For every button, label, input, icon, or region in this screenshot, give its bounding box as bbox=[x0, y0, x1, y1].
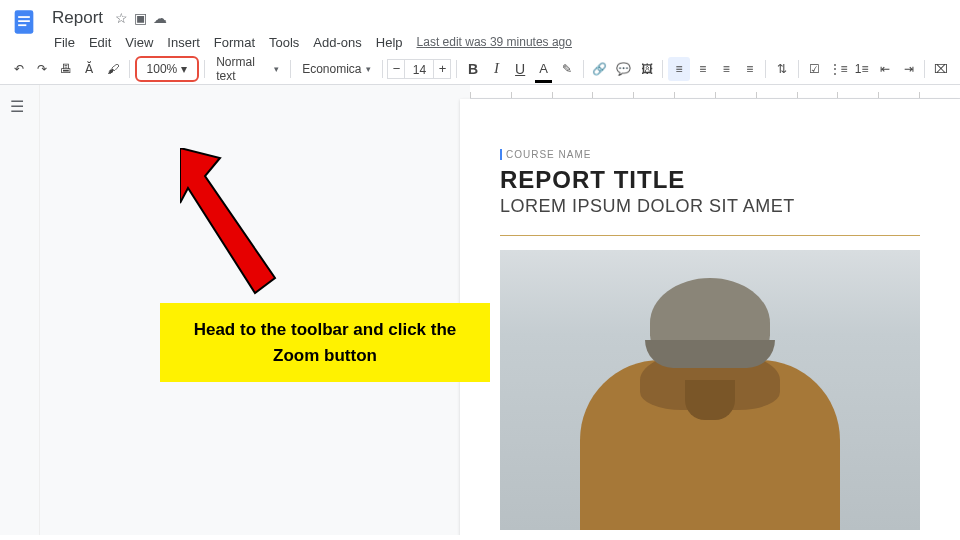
line-spacing-icon[interactable]: ⇅ bbox=[771, 57, 793, 81]
paragraph-style-label: Normal text bbox=[216, 55, 270, 83]
toolbar-separator bbox=[798, 60, 799, 78]
menu-view[interactable]: View bbox=[119, 32, 159, 53]
underline-button[interactable]: U bbox=[509, 57, 531, 81]
font-size-increase[interactable]: + bbox=[433, 59, 451, 79]
svg-rect-2 bbox=[18, 20, 30, 22]
cover-photo[interactable] bbox=[500, 250, 920, 530]
divider-line bbox=[500, 235, 920, 236]
annotation-callout: Head to the toolbar and click the Zoom b… bbox=[160, 303, 490, 382]
chevron-down-icon: ▾ bbox=[181, 62, 187, 76]
outline-toggle-icon[interactable]: ☰ bbox=[10, 97, 30, 117]
last-edit-link[interactable]: Last edit was 39 minutes ago bbox=[411, 32, 578, 53]
toolbar-separator bbox=[456, 60, 457, 78]
align-right-icon[interactable]: ≡ bbox=[715, 57, 737, 81]
font-family-dropdown[interactable]: Economica ▾ bbox=[296, 60, 376, 78]
align-center-icon[interactable]: ≡ bbox=[692, 57, 714, 81]
align-justify-icon[interactable]: ≡ bbox=[739, 57, 761, 81]
menu-tools[interactable]: Tools bbox=[263, 32, 305, 53]
font-size-decrease[interactable]: − bbox=[387, 59, 405, 79]
font-family-label: Economica bbox=[302, 62, 361, 76]
svg-rect-1 bbox=[18, 16, 30, 18]
course-name-field[interactable]: COURSE NAME bbox=[500, 149, 920, 160]
toolbar-separator bbox=[924, 60, 925, 78]
insert-image-icon[interactable]: 🖼 bbox=[636, 57, 658, 81]
highlight-button[interactable]: ✎ bbox=[556, 57, 578, 81]
chevron-down-icon: ▾ bbox=[366, 64, 371, 74]
toolbar-separator bbox=[129, 60, 130, 78]
bullet-list-icon[interactable]: ⋮≡ bbox=[827, 57, 849, 81]
toolbar-separator bbox=[662, 60, 663, 78]
text-color-button[interactable]: A bbox=[533, 57, 555, 81]
cloud-icon[interactable]: ☁ bbox=[153, 10, 167, 26]
menubar: File Edit View Insert Format Tools Add-o… bbox=[48, 32, 952, 53]
menu-insert[interactable]: Insert bbox=[161, 32, 206, 53]
zoom-value: 100% bbox=[147, 62, 178, 76]
report-subtitle[interactable]: LOREM IPSUM DOLOR SIT AMET bbox=[500, 196, 920, 217]
toolbar-separator bbox=[583, 60, 584, 78]
menu-format[interactable]: Format bbox=[208, 32, 261, 53]
horizontal-ruler[interactable] bbox=[470, 85, 960, 99]
chevron-down-icon: ▾ bbox=[274, 64, 279, 74]
document-title[interactable]: Report bbox=[48, 6, 107, 30]
menu-addons[interactable]: Add-ons bbox=[307, 32, 367, 53]
move-icon[interactable]: ▣ bbox=[134, 10, 147, 26]
italic-button[interactable]: I bbox=[486, 57, 508, 81]
insert-comment-icon[interactable]: 💬 bbox=[612, 57, 634, 81]
numbered-list-icon[interactable]: 1≡ bbox=[851, 57, 873, 81]
docs-app-icon[interactable] bbox=[8, 6, 40, 38]
report-title[interactable]: REPORT TITLE bbox=[500, 166, 920, 194]
redo-icon[interactable]: ↷ bbox=[32, 57, 54, 81]
zoom-dropdown[interactable]: 100% ▾ bbox=[141, 60, 194, 78]
bold-button[interactable]: B bbox=[462, 57, 484, 81]
svg-rect-3 bbox=[18, 24, 26, 26]
menu-file[interactable]: File bbox=[48, 32, 81, 53]
toolbar-separator bbox=[204, 60, 205, 78]
insert-link-icon[interactable]: 🔗 bbox=[589, 57, 611, 81]
indent-decrease-icon[interactable]: ⇤ bbox=[874, 57, 896, 81]
toolbar-separator bbox=[290, 60, 291, 78]
clear-formatting-icon[interactable]: ⌧ bbox=[930, 57, 952, 81]
spellcheck-icon[interactable]: Ӑ bbox=[79, 57, 101, 81]
undo-icon[interactable]: ↶ bbox=[8, 57, 30, 81]
toolbar: ↶ ↷ 🖶 Ӑ 🖌 100% ▾ Normal text ▾ Economica… bbox=[0, 53, 960, 85]
svg-marker-4 bbox=[180, 148, 275, 293]
star-icon[interactable]: ☆ bbox=[115, 10, 128, 26]
paint-format-icon[interactable]: 🖌 bbox=[102, 57, 124, 81]
document-page[interactable]: COURSE NAME REPORT TITLE LOREM IPSUM DOL… bbox=[460, 99, 960, 535]
print-icon[interactable]: 🖶 bbox=[55, 57, 77, 81]
menu-help[interactable]: Help bbox=[370, 32, 409, 53]
checklist-icon[interactable]: ☑ bbox=[804, 57, 826, 81]
toolbar-separator bbox=[765, 60, 766, 78]
menu-edit[interactable]: Edit bbox=[83, 32, 117, 53]
indent-increase-icon[interactable]: ⇥ bbox=[898, 57, 920, 81]
toolbar-separator bbox=[382, 60, 383, 78]
annotation-arrow bbox=[180, 148, 300, 308]
paragraph-style-dropdown[interactable]: Normal text ▾ bbox=[210, 53, 285, 85]
font-size-value[interactable]: 14 bbox=[405, 59, 433, 79]
align-left-icon[interactable]: ≡ bbox=[668, 57, 690, 81]
